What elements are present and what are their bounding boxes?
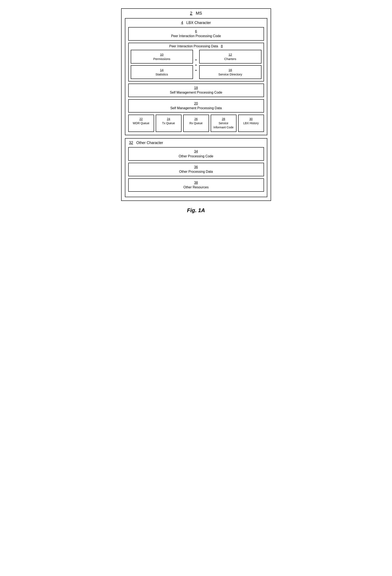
queue-row: 22 WDR Queue 24 Tx Queue 26 Rx Queue 28 …: [128, 115, 264, 132]
self-code-ref: 18: [194, 86, 198, 90]
charters-cell: 12 Charters: [199, 50, 261, 63]
peer-data-right: 12 Charters 16 Service Directory: [199, 50, 261, 79]
wdr-queue-cell: 22 WDR Queue: [128, 115, 154, 132]
ms-box: 2 MS 4 LBX Character 6 Peer Interaction …: [121, 8, 271, 201]
other-char-ref: 32: [129, 141, 133, 145]
peer-interaction-code-box: 6 Peer Interaction Processing Code: [128, 27, 264, 41]
wdr-label: WDR Queue: [133, 121, 149, 125]
statistics-ref: 14: [160, 68, 164, 72]
other-processing-code-box: 34 Other Processing Code: [128, 147, 264, 161]
peer-data-title: Peer Interaction Processing Data: [169, 44, 218, 48]
other-resources-label: 38 Other Resources: [131, 180, 261, 190]
peer-code-ref: 6: [195, 29, 197, 33]
lbx-ref: 4: [181, 21, 183, 25]
other-res-ref: 38: [194, 181, 198, 184]
rx-label: Rx Queue: [189, 121, 203, 125]
self-code-title: Self Management Processing Code: [170, 91, 222, 94]
ms-title: MS: [196, 11, 202, 15]
other-code-ref: 34: [194, 150, 198, 153]
peer-data-label: Peer Interaction Processing Data 8: [131, 44, 261, 48]
ms-label: 2 MS: [125, 11, 267, 16]
peer-data-grid: 10 Permissions 14 Statistics • • •: [131, 50, 261, 79]
other-char-title: Other Character: [136, 141, 163, 145]
tx-ref: 24: [167, 117, 170, 121]
peer-data-left: 10 Permissions 14 Statistics: [131, 50, 193, 79]
peer-data-divider: • • •: [193, 50, 199, 79]
service-dir-label: Service Directory: [218, 73, 242, 76]
diagram-root: 2 MS 4 LBX Character 6 Peer Interaction …: [121, 8, 271, 214]
ms-ref: 2: [190, 11, 192, 15]
wdr-ref: 22: [139, 117, 143, 121]
permissions-cell: 10 Permissions: [131, 50, 193, 63]
other-data-title: Other Processing Data: [179, 170, 213, 173]
peer-interaction-code-label: 6 Peer Interaction Processing Code: [131, 29, 261, 39]
other-character-box: 32 Other Character 34 Other Processing C…: [125, 138, 267, 197]
other-character-label: 32 Other Character: [128, 141, 264, 145]
other-res-title: Other Resources: [183, 185, 209, 189]
rx-queue-cell: 26 Rx Queue: [183, 115, 209, 132]
lbx-hist-ref: 30: [249, 117, 253, 121]
permissions-label: Permissions: [153, 57, 170, 61]
lbx-hist-label: LBX History: [243, 121, 259, 125]
sic-ref: 28: [222, 117, 225, 121]
peer-code-title: Peer Interaction Processing Code: [171, 34, 221, 38]
tx-label: Tx Queue: [162, 121, 175, 125]
other-processing-data-box: 36 Other Processing Data: [128, 163, 264, 176]
lbx-title: LBX Character: [186, 21, 211, 25]
charters-label: Charters: [224, 57, 236, 61]
self-mgmt-code-box: 18 Self Management Processing Code: [128, 84, 264, 97]
charters-ref: 12: [229, 53, 232, 56]
lbx-label: 4 LBX Character: [128, 21, 264, 25]
peer-data-outer: Peer Interaction Processing Data 8 10 Pe…: [128, 43, 264, 82]
other-code-title: Other Processing Code: [179, 154, 213, 158]
other-resources-box: 38 Other Resources: [128, 178, 264, 192]
peer-data-ref: 8: [221, 44, 223, 48]
other-code-label: 34 Other Processing Code: [131, 149, 261, 159]
other-data-label: 36 Other Processing Data: [131, 165, 261, 174]
lbx-box: 4 LBX Character 6 Peer Interaction Proce…: [125, 18, 267, 135]
other-data-ref: 36: [194, 165, 198, 169]
self-mgmt-code-label: 18 Self Management Processing Code: [131, 86, 261, 95]
self-mgmt-data-box: 20 Self Management Processing Data: [128, 99, 264, 113]
service-informant-cell: 28 Service Informant Code: [211, 115, 236, 132]
self-mgmt-data-label: 20 Self Management Processing Data: [131, 101, 261, 111]
lbx-history-cell: 30 LBX History: [238, 115, 264, 132]
self-data-title: Self Management Processing Data: [170, 106, 222, 110]
statistics-label: Statistics: [156, 73, 168, 76]
statistics-cell: 14 Statistics: [131, 65, 193, 79]
sic-label: Service Informant Code: [213, 121, 234, 129]
tx-queue-cell: 24 Tx Queue: [156, 115, 182, 132]
rx-ref: 26: [194, 117, 198, 121]
service-directory-cell: 16 Service Directory: [199, 65, 261, 79]
self-data-ref: 20: [194, 102, 198, 105]
permissions-ref: 10: [160, 53, 164, 56]
fig-caption: Fig. 1A: [121, 207, 271, 214]
service-dir-ref: 16: [229, 68, 232, 72]
